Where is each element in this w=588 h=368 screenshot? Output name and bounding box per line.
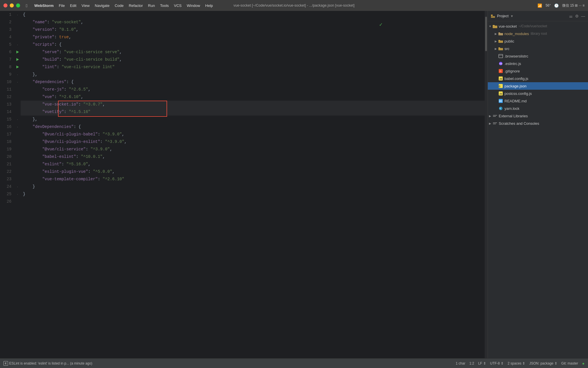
code-line[interactable]: "build": "vue-cli-service build", [21, 56, 485, 63]
fold-gutter-icon[interactable]: · [17, 80, 18, 84]
code-line[interactable]: "eslint-plugin-vue": "^5.0.0", [21, 168, 485, 175]
line-number: 1 [0, 11, 11, 18]
code-line[interactable]: "@vue/cli-plugin-babel": "^3.9.0", [21, 131, 485, 138]
code-line[interactable]: }, [21, 71, 485, 78]
code-line[interactable]: "version": "0.1.0", [21, 26, 485, 33]
file-type[interactable]: JSON: package ⇕ [529, 361, 557, 365]
tree-item-public[interactable]: public [488, 37, 588, 45]
tree-item-vue-socket[interactable]: vue-socket~/Code/vue/socket [488, 22, 588, 30]
code-line[interactable]: "babel-eslint": "^10.0.1", [21, 153, 485, 160]
code-token [23, 168, 42, 175]
code-line[interactable]: }, [21, 116, 485, 123]
chevron-down-icon[interactable]: ▼ [510, 14, 513, 18]
code-line[interactable]: "dependencies": { [21, 78, 485, 86]
menu-item-navigate[interactable]: Navigate [95, 3, 109, 8]
fold-gutter-icon[interactable]: · [17, 117, 18, 122]
menu-item-run[interactable]: Run [148, 3, 155, 8]
close-button[interactable] [3, 3, 7, 7]
fold-gutter-icon[interactable]: · [17, 72, 18, 77]
code-line[interactable]: "devDependencies": { [21, 123, 485, 131]
tree-item-node_modules[interactable]: node_moduleslibrary root [488, 30, 588, 37]
maximize-button[interactable] [16, 3, 20, 7]
fold-gutter-icon[interactable]: · [17, 184, 18, 189]
tree-item-eslintrc[interactable]: ES.eslintrc.js [488, 60, 588, 67]
tree-item-yarn-lock[interactable]: Yyarn.lock [488, 105, 588, 112]
tree-item-scratches[interactable]: Scratches and Consoles [488, 120, 588, 127]
tree-item-label: External Libraries [499, 114, 528, 118]
tree-item-gitignore[interactable]: G.gitignore [488, 67, 588, 75]
tree-item-external-libraries[interactable]: External Libraries [488, 112, 588, 120]
tree-item-package-json[interactable]: {}package.json [488, 82, 588, 90]
code-line[interactable]: "core-js": "^2.6.5", [21, 86, 485, 93]
run-gutter-icon[interactable] [16, 66, 19, 68]
tree-arrow [488, 25, 492, 28]
code-line[interactable]: { [21, 11, 485, 18]
menu-item-view[interactable]: View [82, 3, 90, 8]
line-number: 21 [0, 160, 11, 168]
vcs-branch[interactable]: Git: master [561, 361, 578, 365]
code-line[interactable]: } [21, 190, 485, 198]
cursor-position[interactable]: 1:2 [469, 361, 474, 365]
settings-icon[interactable]: ⚙ [575, 14, 579, 18]
code-line[interactable]: "vue-template-compiler": "^2.6.10" [21, 175, 485, 183]
tree-item-readme[interactable]: MDREADME.md [488, 97, 588, 105]
svg-text:JS: JS [499, 93, 502, 95]
code-line[interactable]: "scripts": { [21, 41, 485, 48]
menu-item-file[interactable]: File [59, 3, 65, 8]
scrollbar[interactable] [485, 11, 488, 358]
tree-item-babel-config[interactable]: JSbabel.config.js [488, 75, 588, 82]
code-line[interactable]: "@vue/cli-plugin-eslint": "^3.9.0", [21, 138, 485, 145]
fold-gutter-icon[interactable]: · [17, 12, 18, 17]
menu-item-help[interactable]: Help [205, 3, 213, 8]
minimize-button[interactable] [10, 3, 14, 7]
svg-rect-1 [491, 16, 495, 18]
eslint-status-icon: E [3, 361, 8, 366]
run-gutter-icon[interactable] [16, 58, 19, 61]
menu-item-window[interactable]: Window [187, 3, 200, 8]
scrollbar-thumb[interactable] [485, 17, 487, 51]
code-token: "dependencies" [33, 78, 67, 86]
editor-content[interactable]: 1234567891011121314151617181920212223242… [0, 11, 488, 358]
code-line[interactable]: } [21, 183, 485, 190]
tree-item-browserslistrc[interactable]: .browserslistrc [488, 52, 588, 60]
tree-item-src[interactable]: src [488, 45, 588, 52]
menu-item-refactor[interactable]: Refactor [129, 3, 143, 8]
code-line[interactable] [21, 198, 485, 205]
notification-icon: ● [582, 361, 585, 366]
menu-item-webstorm[interactable]: WebStorm [34, 3, 53, 8]
code-line[interactable]: "vue-socket.io": "^3.0.7", [21, 101, 485, 108]
menu-item-edit[interactable]: Edit [70, 3, 76, 8]
line-number: 26 [0, 198, 11, 205]
minimize-panel-icon[interactable]: — [581, 14, 585, 18]
fold-gutter-icon[interactable]: · [17, 124, 18, 129]
fold-gutter-icon[interactable]: · [17, 192, 18, 196]
menu-item-tools[interactable]: Tools [160, 3, 169, 8]
tree-arrow [488, 114, 492, 118]
run-gutter-icon[interactable] [16, 51, 19, 53]
project-icon [491, 14, 495, 18]
code-line[interactable]: "lint": "vue-cli-service lint" [21, 63, 485, 71]
tree-item-postcss-config[interactable]: JSpostcss.config.js [488, 90, 588, 97]
indent[interactable]: 2 spaces ⇕ [508, 361, 525, 365]
code-line[interactable]: "@vue/cli-service": "^3.9.0", [21, 145, 485, 153]
encoding[interactable]: UTF-8 ⇕ [490, 361, 504, 365]
equalizer-icon[interactable]: ⚌ [569, 14, 573, 18]
tree-item-label: .browserslistrc [504, 54, 528, 58]
code-editor[interactable]: { "name": "vue-socket", "version": "0.1.… [21, 11, 485, 358]
menu-item-code[interactable]: Code [115, 3, 123, 8]
code-line[interactable]: "private": true, [21, 33, 485, 41]
panel-actions: ⚌ ⚙ — [569, 14, 585, 18]
code-token: "vue-cli-service build" [64, 56, 119, 63]
fold-gutter-icon[interactable]: · [17, 42, 18, 47]
menu-item-vcs[interactable]: VCS [174, 3, 182, 8]
code-line[interactable]: "vue": "^2.6.10", [21, 93, 485, 101]
code-line[interactable]: "eslint": "^5.16.0", [21, 160, 485, 168]
code-token: "^5.16.0" [66, 160, 88, 168]
code-line[interactable]: "name": "vue-socket", [21, 18, 485, 26]
svg-rect-9 [498, 48, 503, 50]
code-token: : [57, 63, 62, 71]
code-line[interactable]: "vuetify": "^1.5.16" [21, 108, 485, 116]
line-ending[interactable]: LF ⇕ [478, 361, 486, 365]
tree-item-label: .eslintrc.js [504, 62, 521, 66]
code-line[interactable]: "serve": "vue-cli-service serve", [21, 48, 485, 56]
